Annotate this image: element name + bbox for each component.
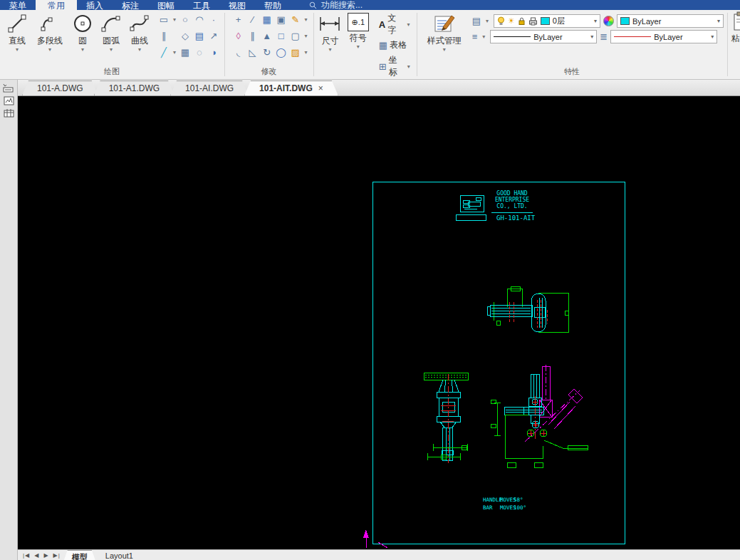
ribbon-tab-help[interactable]: 帮助 <box>255 0 291 10</box>
layer-on-bulb-icon[interactable] <box>497 16 505 26</box>
copy-icon[interactable]: ▣ <box>274 12 288 26</box>
table-button[interactable]: ▦ 表格 <box>377 38 413 52</box>
next-layout-button[interactable]: ▶ <box>41 550 51 559</box>
chevron-down-icon[interactable]: ▾ <box>405 63 412 70</box>
figure-front-view[interactable] <box>424 373 468 463</box>
layout1-tab[interactable]: Layout1 <box>97 550 142 560</box>
move-icon[interactable]: + <box>231 12 246 26</box>
dimension-button[interactable]: 尺寸 ▾ <box>317 11 343 52</box>
chevron-down-icon[interactable]: ▾ <box>405 21 412 28</box>
color-wheel-icon[interactable] <box>603 16 614 26</box>
function-search[interactable]: 功能搜索... <box>309 0 363 10</box>
doc-tab-3[interactable]: 101-AI.DWG <box>170 81 249 95</box>
paste-icon[interactable] <box>731 11 740 33</box>
region-icon[interactable]: ◇ <box>178 28 192 43</box>
prev-layout-button[interactable]: ◀ <box>32 550 41 559</box>
lineweight-icon[interactable]: ≣ <box>600 31 608 42</box>
edit-pen-icon[interactable]: ✎ <box>288 12 303 26</box>
leader-arrow-icon[interactable]: ↗ <box>207 28 221 43</box>
chevron-down-icon[interactable]: ▾ <box>110 47 113 52</box>
chevron-down-icon[interactable]: ▾ <box>590 33 593 40</box>
text-button[interactable]: A 文字 ▾ <box>377 11 413 37</box>
chevron-down-icon[interactable]: ▾ <box>443 47 446 52</box>
first-layout-button[interactable]: |◀ <box>21 550 32 559</box>
hatch-edit-icon[interactable]: ▨ <box>288 45 303 59</box>
image-frame-icon[interactable] <box>2 95 16 106</box>
match-properties-icon[interactable]: ▤ <box>472 16 481 26</box>
chevron-down-icon[interactable]: ▾ <box>171 49 178 56</box>
model-tab[interactable]: 模型 <box>63 550 97 560</box>
scale-icon[interactable]: ▢ <box>288 28 303 43</box>
grid-table-icon[interactable] <box>2 108 16 119</box>
ribbon-tab-sheet[interactable]: 图幅 <box>148 0 184 10</box>
arc-fit-icon[interactable]: ◠ <box>192 12 207 26</box>
drawing-notes[interactable]: HANDLE MOVES 58° BAR MOVES 100° <box>483 497 526 511</box>
layer-freeze-sun-icon[interactable]: ☀ <box>508 16 515 26</box>
chevron-down-icon[interactable]: ▾ <box>711 33 714 40</box>
array-icon[interactable]: ▦ <box>260 12 274 26</box>
line-button[interactable]: 直线 ▾ <box>3 11 31 52</box>
doc-tab-4-active[interactable]: 101-AIT.DWG × <box>244 81 338 95</box>
panel-label-properties[interactable]: 特性 <box>421 66 724 79</box>
layer-lock-icon[interactable] <box>518 17 526 26</box>
rotate-icon[interactable]: ↻ <box>260 45 274 59</box>
chevron-down-icon[interactable]: ▾ <box>594 18 597 24</box>
mirror-icon[interactable]: ▲ <box>260 28 274 43</box>
doc-tab-2[interactable]: 101-A1.DWG <box>94 81 174 95</box>
point-icon[interactable]: · <box>207 12 221 26</box>
block-icon[interactable]: ▤ <box>192 28 207 43</box>
spline-button[interactable]: 曲线 ▾ <box>125 11 154 52</box>
chevron-down-icon[interactable]: ▾ <box>357 44 360 49</box>
offset-icon[interactable]: ∥ <box>246 28 260 43</box>
cad-drawing[interactable]: GOOD HAND ENTERPRISE CO., LTD. GH-101-AI… <box>18 96 740 548</box>
symbol-button[interactable]: ⊕.1 符号 ▾ <box>343 11 373 49</box>
chevron-down-icon[interactable]: ▾ <box>171 16 178 23</box>
chamfer-icon[interactable]: ◺ <box>246 45 260 59</box>
group-icon[interactable]: ◌ <box>192 45 207 59</box>
chevron-down-icon[interactable]: ▾ <box>717 18 720 24</box>
model-space-canvas[interactable]: GOOD HAND ENTERPRISE CO., LTD. GH-101-AI… <box>18 96 740 549</box>
polyline-button[interactable]: 多段线 ▾ <box>31 11 68 52</box>
panel-label-draw[interactable]: 绘图 <box>3 66 221 79</box>
color-dropdown[interactable]: ByLayer ▾ <box>617 14 724 28</box>
layer-dropdown[interactable]: ☀ 0层 ▾ <box>494 14 600 28</box>
doc-tab-1[interactable]: 101-A.DWG <box>22 81 98 95</box>
erase-icon[interactable]: ◊ <box>231 28 246 43</box>
chevron-down-icon[interactable]: ▾ <box>48 47 51 52</box>
circle-button[interactable]: 圆 ▾ <box>68 11 97 52</box>
title-block[interactable]: GOOD HAND ENTERPRISE CO., LTD. GH-101-AI… <box>456 190 536 222</box>
fillet-icon[interactable]: ◟ <box>231 45 246 59</box>
chevron-down-icon[interactable]: ▾ <box>16 47 19 52</box>
ribbon-tab-home[interactable]: 常用 <box>36 0 77 10</box>
ribbon-tab-annotate[interactable]: 标注 <box>113 0 148 10</box>
chevron-down-icon[interactable]: ▾ <box>328 47 331 52</box>
lineweight-dropdown[interactable]: ByLayer ▾ <box>610 30 717 43</box>
close-icon[interactable]: × <box>318 83 323 93</box>
chevron-down-icon[interactable]: ▾ <box>303 49 310 56</box>
construction-line-icon[interactable]: ╱ <box>157 45 171 59</box>
linetype-icon[interactable]: ≡ <box>472 31 478 42</box>
wipeout-icon[interactable]: ◑ <box>207 45 221 59</box>
chevron-down-icon[interactable]: ▾ <box>484 18 491 24</box>
coordinate-button[interactable]: ⊞ 坐标 ▾ <box>377 53 413 79</box>
ribbon-tab-tools[interactable]: 工具 <box>184 0 219 10</box>
ribbon-tab-insert[interactable]: 插入 <box>77 0 113 10</box>
3d-rotate-icon[interactable]: ◯ <box>274 45 288 59</box>
overlap-icon[interactable]: □ <box>274 28 288 43</box>
trim-icon[interactable]: ∕ <box>246 12 260 26</box>
ribbon-tab-view[interactable]: 视图 <box>219 0 255 10</box>
menu-button[interactable]: 菜单 <box>0 0 36 10</box>
figure-top-view[interactable] <box>487 286 568 332</box>
tag-tool-icon[interactable] <box>2 82 16 93</box>
arc-button[interactable]: 圆弧 ▾ <box>97 11 125 52</box>
panel-label-modify[interactable]: 修改 <box>229 66 310 79</box>
chevron-down-icon[interactable]: ▾ <box>303 16 310 23</box>
last-layout-button[interactable]: ▶| <box>51 550 63 559</box>
chevron-down-icon[interactable]: ▾ <box>303 33 310 39</box>
style-manager-button[interactable]: 样式管理 ▾ <box>421 11 468 52</box>
rectangle-icon[interactable]: ▭ <box>157 12 171 26</box>
chevron-down-icon[interactable]: ▾ <box>138 47 141 52</box>
linetype-dropdown[interactable]: ByLayer ▾ <box>490 30 597 43</box>
multiline-icon[interactable]: ∥ <box>157 28 171 43</box>
chevron-down-icon[interactable]: ▾ <box>81 47 84 52</box>
